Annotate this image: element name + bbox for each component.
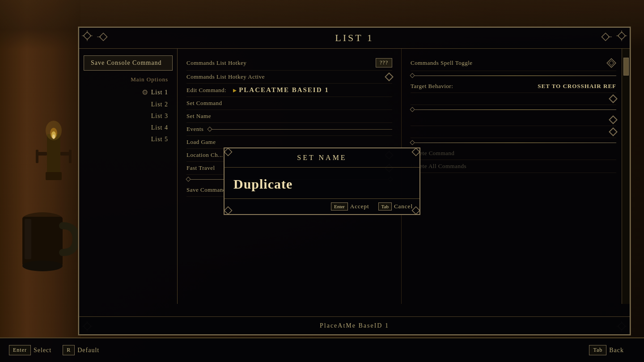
enter-key-badge: Enter bbox=[331, 202, 348, 210]
modal-corner-bl bbox=[224, 205, 233, 215]
svg-rect-41 bbox=[412, 148, 420, 156]
accept-label[interactable]: Accept bbox=[350, 203, 369, 210]
modal-corner-tl bbox=[224, 147, 233, 157]
modal-overlay: SET NAME Duplicate Enter Accept Tab Canc… bbox=[0, 0, 644, 362]
modal-corner-br bbox=[411, 205, 420, 215]
svg-rect-42 bbox=[225, 206, 232, 214]
modal-input-area: Duplicate bbox=[225, 168, 419, 199]
set-name-modal: SET NAME Duplicate Enter Accept Tab Canc… bbox=[224, 147, 420, 215]
cancel-label[interactable]: Cancel bbox=[394, 203, 413, 210]
modal-corner-tr bbox=[411, 147, 420, 157]
accept-btn-group: Enter Accept bbox=[331, 202, 369, 210]
tab-key-badge: Tab bbox=[378, 202, 392, 210]
svg-rect-43 bbox=[412, 206, 420, 214]
svg-rect-40 bbox=[225, 148, 232, 156]
modal-footer: Enter Accept Tab Cancel bbox=[225, 199, 419, 214]
modal-header: SET NAME bbox=[225, 148, 419, 168]
modal-input-value: Duplicate bbox=[233, 177, 292, 191]
modal-title: SET NAME bbox=[297, 154, 347, 161]
cancel-btn-group: Tab Cancel bbox=[378, 202, 413, 210]
